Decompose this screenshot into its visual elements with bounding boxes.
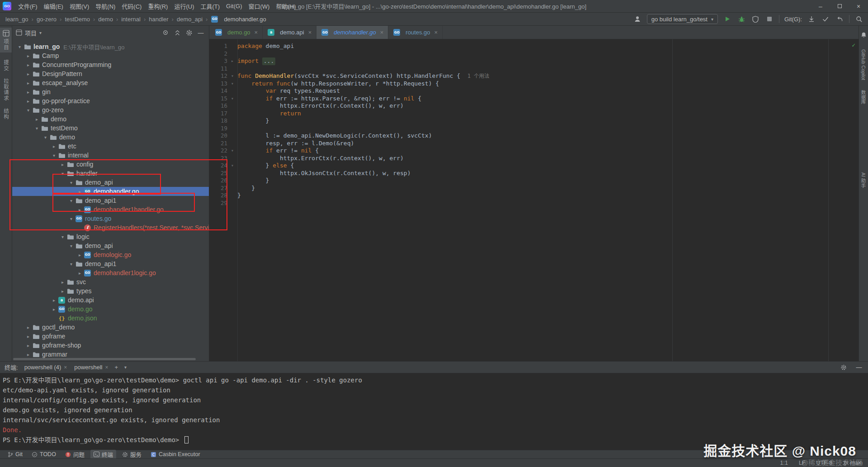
tree-item-demo-api[interactable]: ▾demo_api <box>12 241 209 250</box>
editor-tab-demo-go[interactable]: GOdemo.go× <box>210 26 263 39</box>
fold-marker-icon[interactable]: ▾ <box>227 95 237 103</box>
scrollbar-thumb[interactable] <box>13 358 196 360</box>
coverage-button[interactable] <box>751 14 760 24</box>
close-tab-icon[interactable]: × <box>105 364 108 371</box>
tree-chevron-icon[interactable]: ▸ <box>24 352 32 357</box>
tree-chevron-icon[interactable]: ▾ <box>16 44 24 49</box>
new-terminal-button[interactable]: + <box>114 364 118 371</box>
tree-item-routes-go[interactable]: ▾GOroutes.go <box>12 214 209 223</box>
close-tab-icon[interactable]: × <box>434 29 438 36</box>
search-everywhere-icon[interactable] <box>854 14 863 24</box>
tool-button-ai-assistant[interactable]: AI 助手 <box>860 172 867 188</box>
terminal-tab-powershell[interactable]: powershell× <box>74 364 108 371</box>
tool-button-casbin-executor[interactable]: CCasbin Executor <box>147 451 203 458</box>
editor-tab-routes-go[interactable]: GOroutes.go× <box>388 26 443 39</box>
fold-marker-icon[interactable]: ▾ <box>227 72 237 80</box>
tree-chevron-icon[interactable]: ▸ <box>59 162 66 167</box>
tree-item-demologic-go[interactable]: ▸GOdemologic.go <box>12 250 209 259</box>
tree-chevron-icon[interactable]: ▸ <box>59 289 66 294</box>
terminal-settings-gear-icon[interactable] <box>839 363 848 372</box>
menu-f[interactable]: 文件(F) <box>15 0 41 12</box>
tree-item-demohandler1logic-go[interactable]: ▸GOdemohandler1logic.go <box>12 268 209 277</box>
terminal-output[interactable]: PS E:\开发中项目\learn_go\go-zero\testDemo\de… <box>0 373 868 445</box>
tree-item-camp[interactable]: ▸Camp <box>12 51 209 60</box>
breadcrumb-item-demo-api[interactable]: demo_api <box>177 16 203 23</box>
settings-gear-icon[interactable] <box>184 28 193 37</box>
tree-item-go-zero[interactable]: ▾go-zero <box>12 105 209 114</box>
fold-marker-icon[interactable]: ▾ <box>227 80 237 88</box>
close-button[interactable]: × <box>849 0 868 12</box>
breadcrumb-item-demo[interactable]: demo <box>98 16 113 23</box>
tree-chevron-icon[interactable]: ▸ <box>50 298 58 303</box>
tree-item-config[interactable]: ▸config <box>12 160 209 169</box>
breadcrumb-item-go-zero[interactable]: go-zero <box>37 16 57 23</box>
tree-item-demo-api1[interactable]: ▾demo_api1 <box>12 259 209 268</box>
tree-chevron-icon[interactable]: ▸ <box>76 271 84 276</box>
tree-item-concurrentprogramming[interactable]: ▸ConcurrentProgramming <box>12 60 209 69</box>
tree-chevron-icon[interactable]: ▸ <box>76 253 84 257</box>
collapse-all-icon[interactable] <box>173 28 182 37</box>
menu-e[interactable]: 编辑(E) <box>41 0 66 12</box>
tree-chevron-icon[interactable]: ▾ <box>59 171 66 176</box>
tree-item-demo-go[interactable]: ▸GOdemo.go <box>12 305 209 314</box>
tree-chevron-icon[interactable]: ▸ <box>24 334 32 339</box>
hide-panel-icon[interactable]: — <box>196 28 205 37</box>
tree-chevron-icon[interactable]: ▸ <box>24 90 32 95</box>
tree-item-learn-go[interactable]: ▾learn_goE:\开发中项目\learn_go <box>12 42 209 51</box>
maximize-button[interactable] <box>830 0 849 12</box>
tree-chevron-icon[interactable]: ▾ <box>50 153 58 158</box>
tree-item-registerhandlers-rest-server-svc-servicecont[interactable]: fRegisterHandlers(*rest.Server, *svc.Ser… <box>12 223 209 232</box>
tree-item-goframe[interactable]: ▸goframe <box>12 332 209 341</box>
menu-r[interactable]: 重构(R) <box>145 0 171 12</box>
tree-item-demohandler-go[interactable]: ▸GOdemohandler.go <box>12 187 209 196</box>
tree-item-escape-analyse[interactable]: ▸escape_analyse <box>12 78 209 87</box>
vcs-rollback-icon[interactable] <box>835 14 844 24</box>
tree-chevron-icon[interactable]: ▸ <box>76 189 84 194</box>
tree-chevron-icon[interactable]: ▸ <box>24 71 32 76</box>
tree-horizontal-scrollbar[interactable] <box>12 358 209 360</box>
tool-button-copilot[interactable]: GitHub Copilot <box>861 49 866 80</box>
tree-chevron-icon[interactable]: ▸ <box>24 343 32 348</box>
stop-button[interactable] <box>765 14 774 24</box>
tool-button-git[interactable]: Git <box>5 451 26 458</box>
minimize-button[interactable]: – <box>811 0 830 12</box>
tree-item-designpattern[interactable]: ▸DesignPattern <box>12 69 209 78</box>
close-tab-icon[interactable]: × <box>64 364 67 371</box>
tool-button-commit[interactable]: 提交 <box>2 60 9 71</box>
tree-chevron-icon[interactable]: ▸ <box>33 117 41 122</box>
breadcrumb-item-internal[interactable]: internal <box>121 16 141 23</box>
tree-item-demo-json[interactable]: {}demo.json <box>12 314 209 323</box>
tree-item-etc[interactable]: ▸etc <box>12 142 209 151</box>
tree-item-svc[interactable]: ▸svc <box>12 277 209 286</box>
tree-item-goframe-shop[interactable]: ▸goframe-shop <box>12 341 209 350</box>
chevron-down-icon[interactable]: ▾ <box>39 30 42 35</box>
tree-chevron-icon[interactable]: ▾ <box>67 262 75 267</box>
tree-chevron-icon[interactable]: ▾ <box>67 198 75 203</box>
menu-t[interactable]: 工具(T) <box>197 0 223 12</box>
tool-button-database[interactable]: 数据库 <box>860 90 867 105</box>
tree-item-goctl-demo[interactable]: ▸goctl_demo <box>12 323 209 332</box>
tree-item-demo[interactable]: ▸demo <box>12 114 209 124</box>
tree-chevron-icon[interactable]: ▾ <box>59 234 66 239</box>
tree-chevron-icon[interactable]: ▸ <box>24 53 32 58</box>
tool-button-[interactable]: 服务 <box>119 450 145 459</box>
tree-item-demo[interactable]: ▾demo <box>12 133 209 142</box>
tree-chevron-icon[interactable]: ▸ <box>24 99 32 104</box>
vcs-update-icon[interactable] <box>807 14 816 24</box>
tree-chevron-icon[interactable]: ▾ <box>33 126 41 131</box>
tree-item-handler[interactable]: ▾handler <box>12 169 209 178</box>
run-configuration-select[interactable]: go build learn_go/test ▾ <box>647 14 718 24</box>
tool-button-project[interactable]: 项目 <box>0 28 12 52</box>
tree-chevron-icon[interactable]: ▸ <box>24 62 32 67</box>
menu-git-g[interactable]: Git(G) <box>223 1 245 11</box>
vcs-commit-icon[interactable] <box>821 14 830 24</box>
tree-chevron-icon[interactable]: ▸ <box>24 81 32 86</box>
terminal-tab-powershell-4[interactable]: powershell (4)× <box>24 364 67 371</box>
notifications-bell-icon[interactable] <box>859 30 868 39</box>
editor-tab-demo-api[interactable]: ademo.api× <box>263 26 316 39</box>
menu-w[interactable]: 窗口(W) <box>245 0 273 12</box>
menu-c[interactable]: 代码(C) <box>118 0 145 12</box>
tree-item-grammar[interactable]: ▸grammar <box>12 350 209 359</box>
tree-chevron-icon[interactable]: ▾ <box>67 243 75 248</box>
breadcrumb-item-learn-go[interactable]: learn_go <box>5 16 28 23</box>
